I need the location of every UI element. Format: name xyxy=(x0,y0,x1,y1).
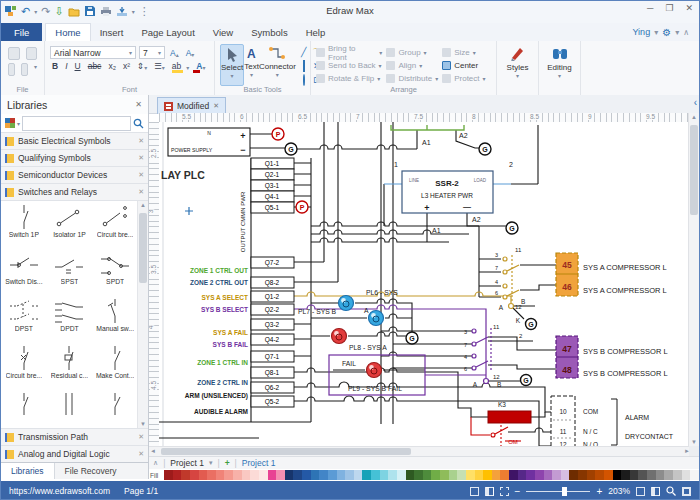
palette-swatch[interactable] xyxy=(647,470,656,480)
plc-label[interactable]: LAY PLC xyxy=(161,169,205,181)
symbol-circuit-breaker[interactable]: Circuit bre... xyxy=(92,203,138,250)
superscript-button[interactable]: x² xyxy=(121,61,132,71)
palette-swatch[interactable] xyxy=(483,470,492,480)
grow-font-button[interactable]: A▴ xyxy=(168,48,181,58)
symbol-switch-disconnector[interactable]: Switch Dis... xyxy=(1,250,47,297)
collapse-ribbon-icon[interactable]: ∧ xyxy=(683,28,689,37)
paste-icon[interactable] xyxy=(8,63,15,76)
strikethrough-button[interactable]: abc xyxy=(86,61,104,71)
document-tab-modified[interactable]: Modified ✕ xyxy=(157,97,226,114)
paste-caret-icon[interactable]: ▾ xyxy=(34,63,37,76)
palette-swatch[interactable] xyxy=(682,470,691,480)
indicator-lamps[interactable]: PL6 - SYS A PL7 - SYS B PL8 - SYS A FAIL… xyxy=(298,289,402,392)
center-button[interactable]: Center xyxy=(442,60,491,71)
maximize-button[interactable]: ❐ xyxy=(665,3,673,13)
statusbar-url[interactable]: https://www.edrawsoft.com xyxy=(1,486,110,496)
gear-caret-icon[interactable]: ▾ xyxy=(675,28,679,37)
library-group-semiconductor[interactable]: Semiconductor Devices✕ xyxy=(1,166,148,183)
palette-swatch[interactable] xyxy=(268,470,277,480)
palette-swatch[interactable] xyxy=(457,470,466,480)
fit-page-icon[interactable] xyxy=(636,487,645,496)
account-user[interactable]: Ying xyxy=(632,27,650,37)
palette-swatch[interactable] xyxy=(604,470,613,480)
palette-swatch[interactable] xyxy=(500,470,509,480)
palette-swatch[interactable] xyxy=(509,470,518,480)
select-tool-button[interactable]: Select ▾ xyxy=(220,44,244,86)
zoom-out-button[interactable]: − xyxy=(515,486,521,497)
palette-swatch[interactable] xyxy=(337,470,346,480)
underline-button[interactable]: U xyxy=(73,61,83,71)
alarm-dry-contact[interactable]: K3 OM 10 11 12 COM N / C N / O xyxy=(471,396,674,446)
palette-swatch[interactable] xyxy=(552,470,561,480)
zoom-level[interactable]: 203% xyxy=(608,486,630,496)
palette-swatch[interactable] xyxy=(423,470,432,480)
palette-swatch[interactable] xyxy=(311,470,320,480)
pl8-label[interactable]: PL8 - SYS A xyxy=(349,344,387,351)
gear-icon[interactable]: ⚙ xyxy=(662,27,671,38)
italic-button[interactable]: I xyxy=(63,61,69,71)
palette-swatch[interactable] xyxy=(544,470,553,480)
palette-swatch[interactable] xyxy=(224,470,233,480)
scroll-down-icon[interactable]: ▼ xyxy=(689,439,699,445)
scroll-left-icon[interactable]: ◄ xyxy=(150,448,156,454)
palette-swatch[interactable] xyxy=(440,470,449,480)
green-wire[interactable] xyxy=(391,125,464,130)
palette-swatch[interactable] xyxy=(449,470,458,480)
line-spacing-button[interactable]: ⇕▾ xyxy=(135,61,149,71)
symbol-switch-1p[interactable]: Switch 1P xyxy=(1,203,47,250)
palette-swatch[interactable] xyxy=(328,470,337,480)
palette-swatch[interactable] xyxy=(173,470,182,480)
stamp-icon[interactable] xyxy=(26,47,38,60)
palette-swatch[interactable] xyxy=(630,470,639,480)
bullet-list-button[interactable]: ☰▾ xyxy=(152,61,167,71)
palette-swatch[interactable] xyxy=(561,470,570,480)
fail-label[interactable]: FAIL xyxy=(342,360,356,367)
tab-help[interactable]: Help xyxy=(297,23,335,41)
page-tab-project1[interactable]: Project 1 xyxy=(242,458,276,468)
scroll-up-icon[interactable]: ▲ xyxy=(138,202,148,208)
palette-swatch[interactable] xyxy=(673,470,682,480)
subscript-button[interactable]: x₂ xyxy=(106,61,118,71)
plc-terminals-top[interactable]: Q1-1 Q2-1 Q3-1 Q4-1 Q5-1 xyxy=(251,158,294,213)
pl9-label[interactable]: PL9 - SYS B FAIL xyxy=(348,385,402,392)
rotate-flip-button[interactable]: Rotate & Flip▾ xyxy=(316,73,382,84)
font-size-select[interactable]: 7▾ xyxy=(139,46,165,59)
palette-swatch[interactable] xyxy=(526,470,535,480)
palette-swatch[interactable] xyxy=(535,470,544,480)
close-button[interactable]: ✕ xyxy=(685,3,693,13)
scroll-up-icon[interactable]: ▲ xyxy=(689,114,699,120)
palette-swatch[interactable] xyxy=(388,470,397,480)
palette-swatch[interactable] xyxy=(293,470,302,480)
copy-icon[interactable] xyxy=(21,63,28,76)
library-group-basic-electrical[interactable]: Basic Electrical Symbols✕ xyxy=(1,132,148,149)
palette-swatch[interactable] xyxy=(302,470,311,480)
tab-page-layout[interactable]: Page Layout xyxy=(132,23,203,41)
font-color-button[interactable]: A▾ xyxy=(194,61,207,71)
symbol-spst[interactable]: SPST xyxy=(47,250,93,297)
rectangle-tool-icon[interactable] xyxy=(298,60,310,73)
drawing-canvas[interactable]: N POWER SUPPLY + − LAY PLC OUTPUT CMMN P… xyxy=(159,122,691,446)
page-selector-caret-icon[interactable]: ▾ xyxy=(209,459,213,467)
tab-close-icon[interactable]: ✕ xyxy=(213,102,219,110)
symbol-partial[interactable] xyxy=(47,391,93,428)
libraries-close-icon[interactable]: ✕ xyxy=(135,100,142,109)
library-group-transmission-path[interactable]: Transmission Path✕ xyxy=(1,428,148,445)
palette-swatch[interactable] xyxy=(690,470,699,480)
palette-swatch[interactable] xyxy=(595,470,604,480)
panel-tab-libraries[interactable]: Libraries xyxy=(1,463,55,479)
zoom-slider-thumb[interactable] xyxy=(562,487,567,496)
power-supply-box[interactable]: N POWER SUPPLY + − xyxy=(168,128,250,156)
tab-file[interactable]: File xyxy=(1,23,42,41)
symbol-make-contact[interactable]: Make Cont... xyxy=(92,344,138,391)
palette-swatch[interactable] xyxy=(276,470,285,480)
editing-button[interactable]: Editing ▾ xyxy=(539,41,581,95)
palette-swatch[interactable] xyxy=(285,470,294,480)
pl6-label[interactable]: PL6 - SYS xyxy=(366,289,398,296)
add-page-button[interactable]: + xyxy=(225,458,230,468)
palette-swatch[interactable] xyxy=(569,470,578,480)
line-tool-icon[interactable]: ╱ xyxy=(298,46,310,59)
palette-swatch[interactable] xyxy=(518,470,527,480)
symbol-isolator-1p[interactable]: Isolator 1P xyxy=(47,203,93,250)
search-icon[interactable] xyxy=(133,118,144,129)
zone-labels[interactable]: ZONE 1 CTRL OUT ZONE 2 CTRL OUT SYS A SE… xyxy=(185,267,248,415)
